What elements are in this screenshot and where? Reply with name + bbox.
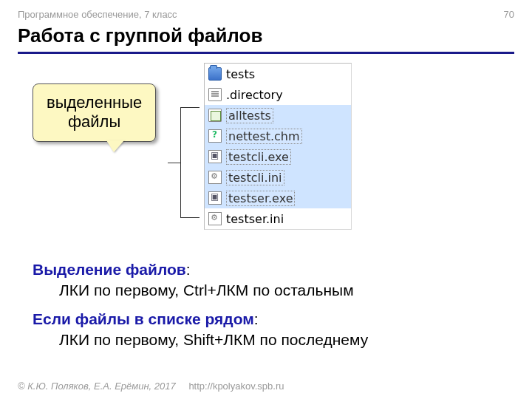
- selection-bracket: [180, 107, 200, 218]
- body: выделенные файлы tests .directory alltes…: [18, 54, 514, 335]
- list-item[interactable]: .directory: [205, 84, 351, 105]
- course-label: Программное обеспечение, 7 класс: [18, 9, 177, 20]
- desc-text: ЛКИ по первому, Shift+ЛКМ по последнему: [33, 330, 507, 350]
- header-bar: Программное обеспечение, 7 класс 70: [18, 7, 514, 24]
- file-name: testcli.ini: [226, 170, 284, 185]
- help-icon: [208, 129, 222, 143]
- document-icon: [208, 88, 222, 101]
- desc-text: ЛКИ по первому, Ctrl+ЛКМ по остальным: [33, 280, 507, 301]
- callout-line2: файлы: [47, 112, 142, 132]
- callout-tail: [106, 140, 124, 152]
- footer: © К.Ю. Поляков, Е.А. Ерёмин, 2017 http:/…: [18, 381, 284, 392]
- file-name: testser.ini: [226, 212, 284, 226]
- slide: Программное обеспечение, 7 класс 70 Рабо…: [0, 0, 532, 399]
- callout-box: выделенные файлы: [33, 83, 156, 142]
- exe-icon: [208, 150, 222, 163]
- instruction-adjacent: Если файлы в списке рядом: ЛКИ по первом…: [33, 309, 507, 351]
- colon: :: [186, 261, 191, 278]
- file-name: testser.exe: [226, 191, 295, 206]
- exe-icon: [208, 191, 222, 205]
- list-item[interactable]: testcli.exe: [205, 146, 351, 167]
- list-item[interactable]: testser.exe: [205, 188, 351, 208]
- list-item[interactable]: testser.ini: [205, 208, 351, 229]
- page-number: 70: [504, 9, 514, 20]
- footer-url: http://kpolyakov.spb.ru: [188, 381, 284, 392]
- file-name: alltests: [226, 108, 273, 123]
- list-item[interactable]: tests: [205, 64, 351, 84]
- config-icon: [208, 171, 222, 184]
- file-list: tests .directory alltests nettest.chm te…: [204, 63, 352, 230]
- list-item[interactable]: nettest.chm: [205, 126, 351, 146]
- folder-icon: [208, 67, 222, 81]
- lead-text: Выделение файлов: [33, 261, 186, 278]
- callout-line1: выделенные: [47, 93, 142, 112]
- file-name: nettest.chm: [226, 129, 302, 144]
- copyright: © К.Ю. Поляков, Е.А. Ерёмин, 2017: [18, 381, 176, 392]
- colon: :: [254, 310, 259, 327]
- lead-text: Если файлы в списке рядом: [33, 310, 254, 327]
- config-icon: [208, 212, 222, 225]
- instruction-selection: Выделение файлов: ЛКИ по первому, Ctrl+Л…: [33, 259, 507, 301]
- list-item[interactable]: testcli.ini: [205, 167, 351, 188]
- page-icon: [208, 109, 222, 122]
- instructions: Выделение файлов: ЛКИ по первому, Ctrl+Л…: [33, 259, 507, 358]
- list-item[interactable]: alltests: [205, 105, 351, 126]
- file-name: .directory: [226, 88, 283, 102]
- page-title: Работа с группой файлов: [18, 24, 514, 54]
- callout: выделенные файлы: [33, 83, 156, 142]
- file-name: testcli.exe: [226, 149, 291, 165]
- file-name: tests: [226, 67, 255, 81]
